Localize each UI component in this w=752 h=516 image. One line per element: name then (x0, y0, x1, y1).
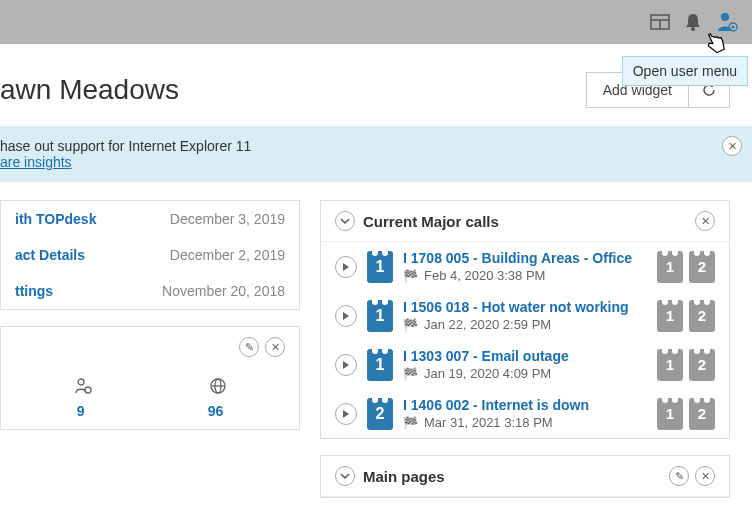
ticket-2-button[interactable]: 2 (689, 300, 715, 332)
link-settings[interactable]: ttings (15, 283, 53, 299)
link-date: November 20, 2018 (162, 283, 285, 299)
ticket-1-button[interactable]: 1 (657, 251, 683, 283)
checkered-flag-icon: 🏁 (403, 416, 418, 430)
svg-point-4 (721, 13, 729, 21)
major-calls-title: Current Major calls (363, 213, 695, 230)
link-details[interactable]: act Details (15, 247, 85, 263)
ticket-2-button[interactable]: 2 (689, 349, 715, 381)
play-icon[interactable] (335, 305, 357, 327)
main-pages-card: Main pages ✎ ✕ (320, 455, 730, 498)
priority-badge: 1 (367, 349, 393, 381)
call-timestamp: Mar 31, 2021 3:18 PM (424, 415, 553, 430)
stat-a[interactable]: 9 (77, 403, 85, 419)
globe-icon (209, 377, 227, 399)
notice-banner: hase out support for Internet Explorer 1… (0, 126, 752, 182)
call-timestamp: Feb 4, 2020 3:38 PM (424, 268, 545, 283)
bell-icon[interactable] (684, 12, 702, 32)
chevron-down-icon[interactable] (335, 211, 355, 231)
links-card: ith TOPdesk December 3, 2019 act Details… (0, 200, 300, 310)
call-row: 1 I 1708 005 - Building Areas - Office 🏁… (321, 242, 729, 291)
link-date: December 2, 2019 (170, 247, 285, 263)
svg-point-6 (732, 26, 735, 29)
svg-point-8 (85, 387, 91, 393)
priority-badge: 2 (367, 398, 393, 430)
link-row: ttings November 20, 2018 (1, 273, 299, 309)
call-row: 1 I 1506 018 - Hot water not working 🏁Ja… (321, 291, 729, 340)
checkered-flag-icon: 🏁 (403, 367, 418, 381)
notice-link[interactable]: are insights (0, 154, 72, 170)
ticket-1-button[interactable]: 1 (657, 349, 683, 381)
ticket-2-button[interactable]: 2 (689, 398, 715, 430)
call-title[interactable]: I 1303 007 - Email outage (403, 348, 647, 364)
dashboard-icon[interactable] (650, 12, 670, 32)
svg-point-7 (78, 379, 84, 385)
play-icon[interactable] (335, 256, 357, 278)
link-date: December 3, 2019 (170, 211, 285, 227)
close-icon[interactable]: ✕ (722, 136, 742, 156)
close-icon[interactable]: ✕ (695, 211, 715, 231)
ticket-1-button[interactable]: 1 (657, 398, 683, 430)
notice-line1: hase out support for Internet Explorer 1… (0, 138, 712, 154)
topbar (0, 0, 752, 44)
close-icon[interactable]: ✕ (695, 466, 715, 486)
call-row: 2 I 1406 002 - Internet is down 🏁Mar 31,… (321, 389, 729, 438)
checkered-flag-icon: 🏁 (403, 318, 418, 332)
main-pages-title: Main pages (363, 468, 669, 485)
stat-b[interactable]: 96 (208, 403, 224, 419)
play-icon[interactable] (335, 403, 357, 425)
call-timestamp: Jan 19, 2020 4:09 PM (424, 366, 551, 381)
edit-icon[interactable]: ✎ (669, 466, 689, 486)
play-icon[interactable] (335, 354, 357, 376)
edit-icon[interactable]: ✎ (239, 337, 259, 357)
priority-badge: 1 (367, 300, 393, 332)
user-menu-tooltip: Open user menu (622, 56, 748, 86)
link-row: act Details December 2, 2019 (1, 237, 299, 273)
call-timestamp: Jan 22, 2020 2:59 PM (424, 317, 551, 332)
major-calls-card: Current Major calls ✕ 1 I 1708 005 - Bui… (320, 200, 730, 439)
close-icon[interactable]: ✕ (265, 337, 285, 357)
link-row: ith TOPdesk December 3, 2019 (1, 201, 299, 237)
checkered-flag-icon: 🏁 (403, 269, 418, 283)
priority-badge: 1 (367, 251, 393, 283)
page-title: awn Meadows (0, 74, 179, 106)
stats-card: ✎ ✕ 9 96 (0, 326, 300, 430)
ticket-2-button[interactable]: 2 (689, 251, 715, 283)
chevron-down-icon[interactable] (335, 466, 355, 486)
call-title[interactable]: I 1406 002 - Internet is down (403, 397, 647, 413)
call-title[interactable]: I 1708 005 - Building Areas - Office (403, 250, 647, 266)
call-row: 1 I 1303 007 - Email outage 🏁Jan 19, 202… (321, 340, 729, 389)
call-title[interactable]: I 1506 018 - Hot water not working (403, 299, 647, 315)
person-globe-icon (74, 377, 92, 399)
svg-point-3 (691, 27, 695, 31)
ticket-1-button[interactable]: 1 (657, 300, 683, 332)
link-topdesk[interactable]: ith TOPdesk (15, 211, 96, 227)
